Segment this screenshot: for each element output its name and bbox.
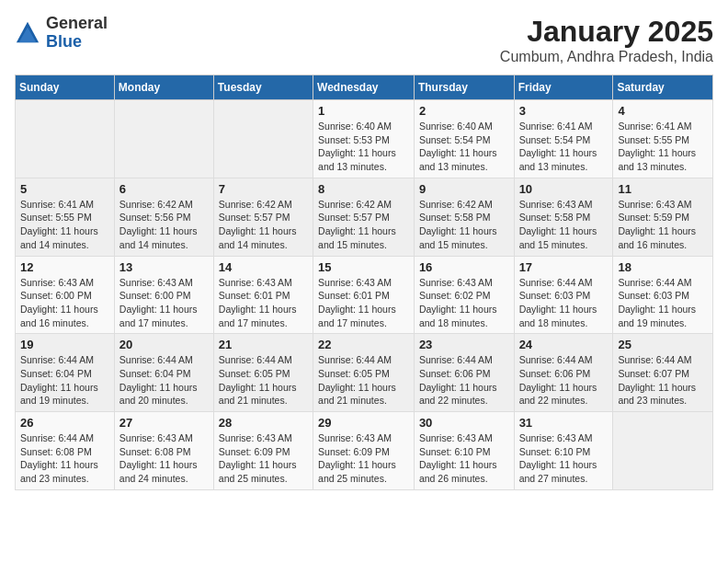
day-info: Sunrise: 6:43 AM Sunset: 6:02 PM Dayligh… [419, 276, 509, 330]
day-number: 23 [419, 338, 509, 351]
day-info: Sunrise: 6:44 AM Sunset: 6:03 PM Dayligh… [519, 276, 609, 330]
day-number: 27 [119, 416, 209, 430]
weekday-sunday: Sunday [16, 75, 115, 100]
calendar-cell: 30Sunrise: 6:43 AM Sunset: 6:10 PM Dayli… [414, 412, 514, 490]
day-info: Sunrise: 6:40 AM Sunset: 5:53 PM Dayligh… [318, 120, 409, 174]
day-info: Sunrise: 6:41 AM Sunset: 5:55 PM Dayligh… [20, 198, 109, 252]
week-row-3: 12Sunrise: 6:43 AM Sunset: 6:00 PM Dayli… [16, 256, 713, 334]
day-number: 11 [618, 182, 708, 196]
logo-blue: Blue [46, 32, 82, 51]
day-info: Sunrise: 6:44 AM Sunset: 6:06 PM Dayligh… [519, 353, 609, 408]
day-info: Sunrise: 6:43 AM Sunset: 5:58 PM Dayligh… [519, 198, 609, 252]
day-info: Sunrise: 6:43 AM Sunset: 6:01 PM Dayligh… [318, 276, 409, 330]
day-info: Sunrise: 6:43 AM Sunset: 6:09 PM Dayligh… [219, 431, 308, 486]
calendar-cell: 1Sunrise: 6:40 AM Sunset: 5:53 PM Daylig… [313, 100, 415, 178]
day-info: Sunrise: 6:44 AM Sunset: 6:05 PM Dayligh… [318, 353, 409, 408]
calendar-cell: 7Sunrise: 6:42 AM Sunset: 5:57 PM Daylig… [213, 178, 313, 256]
day-info: Sunrise: 6:44 AM Sunset: 6:08 PM Dayligh… [20, 431, 109, 486]
calendar-cell: 24Sunrise: 6:44 AM Sunset: 6:06 PM Dayli… [514, 334, 613, 412]
calendar-cell: 18Sunrise: 6:44 AM Sunset: 6:03 PM Dayli… [613, 256, 713, 334]
calendar-cell: 13Sunrise: 6:43 AM Sunset: 6:00 PM Dayli… [114, 256, 213, 334]
week-row-2: 5Sunrise: 6:41 AM Sunset: 5:55 PM Daylig… [16, 178, 713, 256]
day-info: Sunrise: 6:44 AM Sunset: 6:04 PM Dayligh… [20, 353, 109, 408]
calendar-cell: 5Sunrise: 6:41 AM Sunset: 5:55 PM Daylig… [16, 178, 115, 256]
day-number: 15 [318, 260, 409, 274]
page-header: General Blue January 2025 Cumbum, Andhra… [15, 15, 713, 65]
calendar-title: January 2025 [500, 15, 713, 49]
day-number: 7 [219, 182, 308, 196]
calendar-header: SundayMondayTuesdayWednesdayThursdayFrid… [16, 75, 713, 100]
calendar-cell: 3Sunrise: 6:41 AM Sunset: 5:54 PM Daylig… [514, 100, 613, 178]
calendar-body: 1Sunrise: 6:40 AM Sunset: 5:53 PM Daylig… [16, 100, 713, 490]
day-number: 10 [519, 182, 609, 196]
calendar-cell: 28Sunrise: 6:43 AM Sunset: 6:09 PM Dayli… [213, 412, 313, 490]
day-number: 13 [119, 260, 209, 274]
day-info: Sunrise: 6:40 AM Sunset: 5:54 PM Dayligh… [419, 120, 509, 174]
calendar-cell: 11Sunrise: 6:43 AM Sunset: 5:59 PM Dayli… [613, 178, 713, 256]
weekday-monday: Monday [114, 75, 213, 100]
day-number: 5 [20, 182, 109, 196]
calendar-cell: 10Sunrise: 6:43 AM Sunset: 5:58 PM Dayli… [514, 178, 613, 256]
day-info: Sunrise: 6:42 AM Sunset: 5:58 PM Dayligh… [419, 198, 509, 252]
calendar-cell: 29Sunrise: 6:43 AM Sunset: 6:09 PM Dayli… [313, 412, 415, 490]
day-info: Sunrise: 6:43 AM Sunset: 5:59 PM Dayligh… [618, 198, 708, 252]
calendar-cell: 23Sunrise: 6:44 AM Sunset: 6:06 PM Dayli… [414, 334, 514, 412]
calendar-cell: 20Sunrise: 6:44 AM Sunset: 6:04 PM Dayli… [114, 334, 213, 412]
day-number: 4 [618, 104, 708, 118]
day-info: Sunrise: 6:43 AM Sunset: 6:09 PM Dayligh… [318, 431, 409, 486]
week-row-4: 19Sunrise: 6:44 AM Sunset: 6:04 PM Dayli… [16, 334, 713, 412]
calendar-cell: 31Sunrise: 6:43 AM Sunset: 6:10 PM Dayli… [514, 412, 613, 490]
calendar-cell: 2Sunrise: 6:40 AM Sunset: 5:54 PM Daylig… [414, 100, 514, 178]
day-number: 24 [519, 338, 609, 351]
calendar-cell [613, 412, 713, 490]
day-number: 2 [419, 104, 509, 118]
weekday-tuesday: Tuesday [213, 75, 313, 100]
week-row-5: 26Sunrise: 6:44 AM Sunset: 6:08 PM Dayli… [16, 412, 713, 490]
day-info: Sunrise: 6:43 AM Sunset: 6:01 PM Dayligh… [219, 276, 308, 330]
day-info: Sunrise: 6:44 AM Sunset: 6:03 PM Dayligh… [618, 276, 708, 330]
day-number: 20 [119, 338, 209, 351]
calendar-cell: 8Sunrise: 6:42 AM Sunset: 5:57 PM Daylig… [313, 178, 415, 256]
calendar-cell: 9Sunrise: 6:42 AM Sunset: 5:58 PM Daylig… [414, 178, 514, 256]
calendar-cell: 15Sunrise: 6:43 AM Sunset: 6:01 PM Dayli… [313, 256, 415, 334]
day-info: Sunrise: 6:44 AM Sunset: 6:06 PM Dayligh… [419, 353, 509, 408]
day-number: 8 [318, 182, 409, 196]
weekday-thursday: Thursday [414, 75, 514, 100]
day-info: Sunrise: 6:41 AM Sunset: 5:55 PM Dayligh… [618, 120, 708, 174]
day-info: Sunrise: 6:43 AM Sunset: 6:10 PM Dayligh… [519, 431, 609, 486]
calendar-cell: 6Sunrise: 6:42 AM Sunset: 5:56 PM Daylig… [114, 178, 213, 256]
day-number: 16 [419, 260, 509, 274]
day-info: Sunrise: 6:43 AM Sunset: 6:00 PM Dayligh… [20, 276, 109, 330]
day-number: 21 [219, 338, 308, 351]
calendar-cell: 26Sunrise: 6:44 AM Sunset: 6:08 PM Dayli… [16, 412, 115, 490]
weekday-wednesday: Wednesday [313, 75, 415, 100]
calendar-cell: 25Sunrise: 6:44 AM Sunset: 6:07 PM Dayli… [613, 334, 713, 412]
day-number: 28 [219, 416, 308, 430]
day-number: 19 [20, 338, 109, 351]
day-info: Sunrise: 6:44 AM Sunset: 6:07 PM Dayligh… [618, 353, 708, 408]
day-info: Sunrise: 6:43 AM Sunset: 6:08 PM Dayligh… [119, 431, 209, 486]
calendar-cell: 27Sunrise: 6:43 AM Sunset: 6:08 PM Dayli… [114, 412, 213, 490]
day-info: Sunrise: 6:42 AM Sunset: 5:56 PM Dayligh… [119, 198, 209, 252]
day-number: 1 [318, 104, 409, 118]
weekday-friday: Friday [514, 75, 613, 100]
calendar-cell: 12Sunrise: 6:43 AM Sunset: 6:00 PM Dayli… [16, 256, 115, 334]
logo-icon [15, 20, 40, 46]
day-info: Sunrise: 6:43 AM Sunset: 6:00 PM Dayligh… [119, 276, 209, 330]
day-number: 14 [219, 260, 308, 274]
week-row-1: 1Sunrise: 6:40 AM Sunset: 5:53 PM Daylig… [16, 100, 713, 178]
calendar-cell [16, 100, 115, 178]
day-number: 3 [519, 104, 609, 118]
day-number: 17 [519, 260, 609, 274]
calendar-table: SundayMondayTuesdayWednesdayThursdayFrid… [15, 75, 713, 490]
day-number: 30 [419, 416, 509, 430]
day-number: 25 [618, 338, 708, 351]
calendar-cell [114, 100, 213, 178]
calendar-subtitle: Cumbum, Andhra Pradesh, India [500, 49, 713, 65]
day-info: Sunrise: 6:44 AM Sunset: 6:04 PM Dayligh… [119, 353, 209, 408]
calendar-cell: 22Sunrise: 6:44 AM Sunset: 6:05 PM Dayli… [313, 334, 415, 412]
day-number: 6 [119, 182, 209, 196]
day-info: Sunrise: 6:41 AM Sunset: 5:54 PM Dayligh… [519, 120, 609, 174]
day-number: 18 [618, 260, 708, 274]
calendar-cell [213, 100, 313, 178]
